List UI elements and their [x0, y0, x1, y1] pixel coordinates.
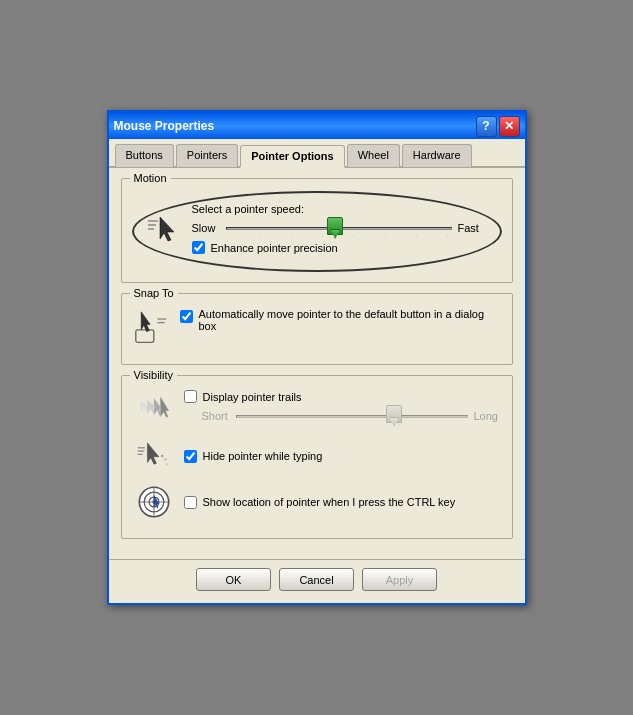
svg-rect-4: [135, 330, 153, 343]
trails-slider-thumb: [386, 405, 400, 427]
slow-label: Slow: [192, 222, 220, 234]
hide-row: Hide pointer while typing: [132, 436, 502, 476]
tab-content: Motion Select a poin: [109, 168, 525, 559]
thumb-green-shape: [327, 217, 341, 239]
trails-slider-line: · · · · · · · ·: [236, 415, 468, 418]
svg-marker-3: [160, 217, 174, 241]
snap-to-controls: Automatically move pointer to the defaul…: [180, 308, 502, 332]
speed-slider-thumb[interactable]: [327, 217, 341, 239]
trails-cursor-icon: [132, 390, 176, 430]
location-label[interactable]: Show location of pointer when I press th…: [203, 496, 456, 508]
short-label: Short: [202, 410, 230, 422]
svg-marker-5: [141, 312, 150, 332]
location-cursor-icon: [132, 482, 176, 522]
long-label: Long: [474, 410, 502, 422]
speed-slider[interactable]: · · · · · · · ·: [226, 221, 452, 235]
motion-oval: Select a pointer speed: Slow · · · ·: [132, 191, 502, 272]
motion-cursor-icon: [144, 211, 184, 247]
tab-pointers[interactable]: Pointers: [176, 144, 238, 167]
snap-to-row: Automatically move pointer to the defaul…: [132, 308, 502, 348]
trails-row: Display pointer trails Short · · · ·: [132, 390, 502, 430]
fast-label: Fast: [458, 222, 486, 234]
snap-to-cursor-icon: [132, 308, 172, 348]
location-row: Show location of pointer when I press th…: [132, 482, 502, 522]
mouse-properties-dialog: Mouse Properties ? ✕ Buttons Pointers Po…: [107, 110, 527, 605]
location-checkbox[interactable]: [184, 496, 197, 509]
visibility-group: Visibility Display pointer trails: [121, 375, 513, 539]
apply-button[interactable]: Apply: [362, 568, 437, 591]
motion-row: Select a pointer speed: Slow · · · ·: [144, 203, 486, 254]
precision-row: Enhance pointer precision: [192, 241, 486, 254]
dialog-buttons: OK Cancel Apply: [109, 559, 525, 603]
trails-label[interactable]: Display pointer trails: [203, 391, 302, 403]
trails-checkbox[interactable]: [184, 390, 197, 403]
help-button[interactable]: ?: [476, 116, 497, 137]
tab-wheel[interactable]: Wheel: [347, 144, 400, 167]
snap-to-label[interactable]: Automatically move pointer to the defaul…: [199, 308, 502, 332]
trails-slider: · · · · · · · ·: [236, 409, 468, 423]
snap-to-group: Snap To Automatically move pointer to th…: [121, 293, 513, 365]
tab-buttons[interactable]: Buttons: [115, 144, 174, 167]
svg-point-16: [160, 455, 162, 457]
snap-to-group-label: Snap To: [130, 287, 178, 299]
cancel-button[interactable]: Cancel: [279, 568, 354, 591]
window-title: Mouse Properties: [114, 119, 215, 133]
svg-point-18: [165, 463, 167, 465]
location-controls: Show location of pointer when I press th…: [184, 496, 502, 509]
close-button[interactable]: ✕: [499, 116, 520, 137]
hide-label[interactable]: Hide pointer while typing: [203, 450, 323, 462]
svg-marker-8: [160, 397, 168, 417]
tab-hardware[interactable]: Hardware: [402, 144, 472, 167]
svg-marker-12: [147, 443, 158, 464]
svg-point-17: [164, 458, 166, 460]
precision-checkbox[interactable]: [192, 241, 205, 254]
speed-slider-row: Slow · · · · · ·: [192, 221, 486, 235]
trails-checkbox-row: Display pointer trails: [184, 390, 502, 403]
hide-controls: Hide pointer while typing: [184, 450, 502, 463]
motion-group: Motion Select a poin: [121, 178, 513, 283]
title-bar-buttons: ? ✕: [476, 116, 520, 137]
motion-group-label: Motion: [130, 172, 171, 184]
thumb-gray-shape: [386, 405, 400, 427]
tab-pointer-options[interactable]: Pointer Options: [240, 145, 345, 168]
hide-cursor-icon: [132, 436, 176, 476]
speed-label: Select a pointer speed:: [192, 203, 486, 215]
motion-controls: Select a pointer speed: Slow · · · ·: [192, 203, 486, 254]
trails-controls: Display pointer trails Short · · · ·: [184, 390, 502, 429]
visibility-group-label: Visibility: [130, 369, 178, 381]
precision-label[interactable]: Enhance pointer precision: [211, 242, 338, 254]
trails-slider-row: Short · · · · · · ·: [202, 409, 502, 423]
tab-bar: Buttons Pointers Pointer Options Wheel H…: [109, 139, 525, 168]
snap-to-checkbox[interactable]: [180, 310, 193, 323]
title-bar: Mouse Properties ? ✕: [109, 113, 525, 139]
ok-button[interactable]: OK: [196, 568, 271, 591]
trails-dots: · · · · · · · ·: [237, 421, 467, 427]
hide-checkbox[interactable]: [184, 450, 197, 463]
